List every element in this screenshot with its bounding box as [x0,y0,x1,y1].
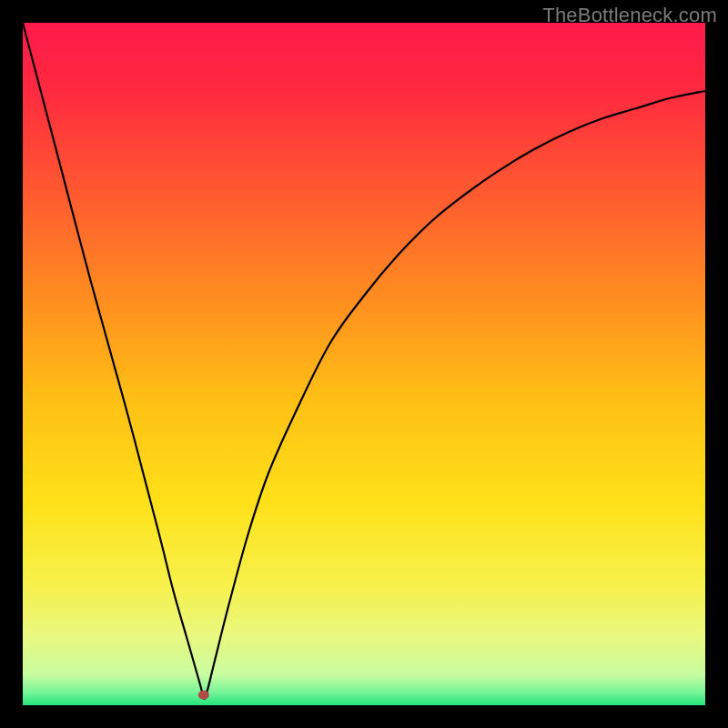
chart-background [23,23,705,705]
chart-frame [23,23,705,705]
watermark-text: TheBottleneck.com [542,4,717,27]
optimum-marker [198,691,209,700]
bottleneck-chart [23,23,705,705]
